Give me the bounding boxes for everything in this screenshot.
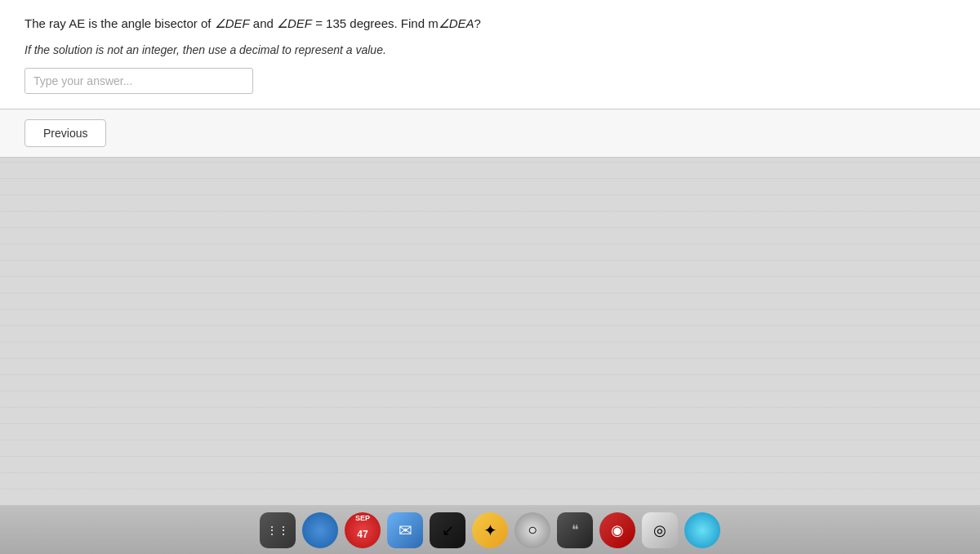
question-part4: ? — [474, 16, 481, 30]
question-card: The ray AE is the angle bisector of ∠DEF… — [0, 0, 980, 109]
question-part3: = 135 degrees. Find m — [312, 16, 439, 30]
red-circle-icon[interactable]: SEP 47 — [345, 512, 381, 548]
navigation-area: Previous — [0, 109, 980, 158]
lower-area — [0, 158, 980, 506]
question-part1: The ray AE is the angle bisector of — [24, 16, 215, 30]
angle-symbol-2: ∠DEF — [277, 16, 312, 30]
grid-dock-icon[interactable]: ⋮⋮ — [260, 512, 296, 548]
previous-button[interactable]: Previous — [24, 119, 106, 147]
red-app-icon[interactable]: ◉ — [599, 512, 635, 548]
mail-icon[interactable]: ✉ — [387, 512, 423, 548]
question-text: The ray AE is the angle bisector of ∠DEF… — [24, 15, 956, 34]
answer-input[interactable] — [24, 68, 253, 94]
blue-circle-icon[interactable] — [302, 512, 338, 548]
sep-num: 47 — [357, 529, 368, 540]
angle-symbol-3: ∠DEA — [439, 16, 474, 30]
search-icon[interactable]: ○ — [514, 512, 550, 548]
angle-symbol-1: ∠DEF — [215, 16, 250, 30]
star-icon[interactable]: ✦ — [472, 512, 508, 548]
sep-label: SEP — [355, 514, 370, 522]
white-app-icon[interactable]: ◎ — [642, 512, 678, 548]
question-part2: and — [250, 16, 277, 30]
main-content: The ray AE is the angle bisector of ∠DEF… — [0, 0, 980, 505]
notes-icon[interactable]: ↙ — [430, 512, 466, 548]
cyan-circle-icon[interactable] — [684, 512, 720, 548]
dock: ⋮⋮ SEP 47 ✉ ↙ ✦ ○ ❝ ◉ ◎ — [0, 505, 980, 554]
dark-app-icon[interactable]: ❝ — [557, 512, 593, 548]
sub-instruction: If the solution is not an integer, then … — [24, 43, 956, 56]
